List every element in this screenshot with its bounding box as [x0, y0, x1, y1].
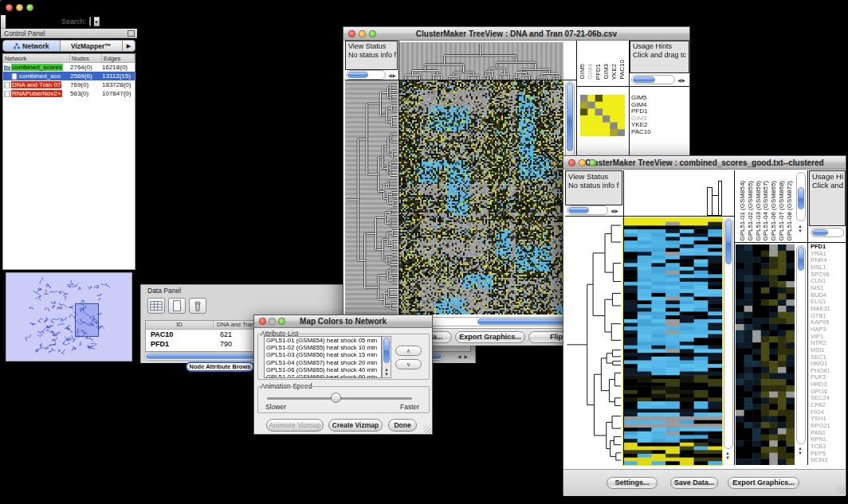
- attribute-list-scrollbar[interactable]: ▲▼: [382, 336, 391, 378]
- control-panel-header: Control Panel: [1, 29, 137, 38]
- main-heatmap-canvas[interactable]: [399, 80, 563, 315]
- file-icon: [4, 91, 10, 97]
- row-label[interactable]: PAC10: [631, 129, 651, 136]
- move-down-button[interactable]: ∨: [395, 359, 422, 369]
- view-status-scrollbar[interactable]: [567, 205, 608, 215]
- animation-slider-thumb[interactable]: [331, 393, 341, 403]
- minimize-button[interactable]: [359, 30, 366, 37]
- attribute-list-item[interactable]: GPL51-03 (GSM856) heat shock 15 min: [265, 351, 381, 358]
- close-button[interactable]: [259, 318, 266, 325]
- attribute-select-icon[interactable]: [147, 298, 165, 314]
- scroll-arrows[interactable]: ▲▼: [798, 446, 803, 455]
- column-label[interactable]: GPL51-06 (GSM865): [770, 181, 777, 241]
- network-table-body: combined_scores2764(0)16218(0)combined_s…: [3, 63, 135, 98]
- column-label[interactable]: YKE2: [610, 64, 618, 80]
- row-dendrogram-canvas[interactable]: [565, 217, 621, 465]
- attribute-list[interactable]: GPL51-01 (GSM854) heat shock 05 minGPL51…: [264, 336, 382, 378]
- resize-grip[interactable]: [423, 425, 431, 433]
- export-graphics-button[interactable]: Export Graphics...: [728, 477, 799, 489]
- network-row[interactable]: DNA and Tran 07769(0)183728(0): [3, 80, 135, 89]
- column-dendrogram-canvas[interactable]: [399, 42, 563, 80]
- column-label[interactable]: GIM4: [587, 64, 594, 80]
- column-header[interactable]: Edges: [102, 54, 135, 62]
- delete-attribute-icon[interactable]: [189, 298, 206, 314]
- slower-label: Slower: [265, 403, 286, 411]
- scroll-arrows[interactable]: ▲▼: [798, 224, 803, 233]
- network-table-header[interactable]: NetworkNodesEdges: [3, 54, 135, 63]
- column-label[interactable]: GIM5: [579, 64, 586, 80]
- animate-vizmap-button[interactable]: Animate Vizmap: [266, 419, 324, 432]
- scroll-arrows[interactable]: ◀▶: [677, 77, 686, 83]
- network-row[interactable]: combined_scores2764(0)16218(0): [3, 63, 135, 72]
- attribute-list-item[interactable]: GPL51-06 (GSM865) heat shock 40 min: [265, 366, 381, 373]
- row-dendrogram-canvas[interactable]: [345, 80, 398, 315]
- create-vizmap-button[interactable]: Create Vizmap: [328, 419, 383, 432]
- column-label[interactable]: GPL51-07 (GSM868): [778, 181, 785, 241]
- minimize-button[interactable]: [16, 4, 23, 11]
- node-attribute-browser-tab[interactable]: Node Attribute Brows: [186, 361, 254, 372]
- move-up-button[interactable]: ∧: [395, 346, 422, 356]
- column-label[interactable]: PFD1: [595, 64, 602, 80]
- new-attribute-icon[interactable]: [168, 298, 186, 314]
- minimize-button[interactable]: [269, 318, 276, 325]
- column-header[interactable]: Nodes: [70, 54, 102, 62]
- attribute-list-item[interactable]: GPL51-04 (GSM857) heat shock 20 min: [265, 359, 381, 366]
- tab-network[interactable]: Network: [2, 40, 61, 52]
- close-button[interactable]: [568, 159, 575, 166]
- column-label[interactable]: GPL51-03 (GSM856): [755, 181, 762, 241]
- usage-hints-scrollbar[interactable]: [811, 228, 844, 237]
- zoom-button[interactable]: [26, 4, 33, 11]
- column-label[interactable]: GPL51-01 (GSM854): [739, 181, 746, 241]
- cytoscape-desktop-window: Cytoscape Desktop (Session Name: collins…: [0, 0, 2, 2]
- view-status-scrollbar[interactable]: [346, 70, 386, 80]
- attribute-list-item[interactable]: GPL51-01 (GSM854) heat shock 05 min: [265, 337, 381, 344]
- window-controls[interactable]: [1, 1, 33, 14]
- export-graphics-button[interactable]: Export Graphics...: [455, 331, 525, 343]
- zoom-vscrollbar[interactable]: [796, 245, 806, 444]
- search-input[interactable]: [89, 17, 91, 26]
- tab-vizmapper[interactable]: VizMapper™: [61, 40, 123, 52]
- main-heatmap-canvas[interactable]: [622, 217, 723, 466]
- zoom-button[interactable]: [369, 30, 376, 37]
- scroll-arrows[interactable]: ◀▶: [610, 208, 619, 213]
- scroll-arrows[interactable]: ▲▼: [725, 451, 733, 460]
- search-dropdown-arrow[interactable]: ▼: [94, 17, 100, 26]
- usage-hints-scrollbar[interactable]: [631, 75, 675, 84]
- close-button[interactable]: [6, 4, 13, 11]
- zoom-heatmap-canvas[interactable]: [736, 244, 795, 465]
- dialog-titlebar[interactable]: Map Colors to Network: [254, 315, 432, 328]
- scroll-arrows[interactable]: ◀ ▶: [457, 354, 469, 359]
- treeview2-title: ClusterMaker TreeView : combined_scores_…: [563, 158, 846, 167]
- column-label[interactable]: GPL51-08 (GSM872): [786, 181, 793, 241]
- settings-button[interactable]: Settings...: [607, 477, 658, 489]
- column-label[interactable]: PAC10: [618, 60, 626, 80]
- column-header[interactable]: Network: [3, 54, 70, 62]
- treeview1-titlebar[interactable]: ClusterMaker TreeView : DNA and Tran 07-…: [344, 27, 689, 41]
- attribute-list-item[interactable]: GPL51-07 (GSM868) heat shock 60 min: [265, 373, 381, 378]
- network-overview-panel[interactable]: [6, 272, 132, 361]
- network-row[interactable]: combined_sco2569(6)13112(15): [3, 72, 135, 80]
- overview-viewport-rect[interactable]: [75, 303, 99, 337]
- network-row[interactable]: RNAPuberNov2+563(0)107847(0): [3, 89, 135, 98]
- float-panel-icon[interactable]: [128, 30, 135, 37]
- done-button[interactable]: Done: [388, 419, 417, 432]
- attribute-list-item[interactable]: GPL51-02 (GSM855) heat shock 10 min: [265, 344, 381, 351]
- column-label[interactable]: GPL51-04 (GSM857): [762, 181, 769, 241]
- tab-overflow-button[interactable]: ▶: [123, 40, 135, 52]
- column-label[interactable]: GIM3: [603, 64, 610, 80]
- treeview2-titlebar[interactable]: ClusterMaker TreeView : combined_scores_…: [563, 156, 846, 170]
- minimize-button[interactable]: [579, 159, 586, 166]
- zoom-heatmap-canvas[interactable]: [580, 95, 625, 136]
- scroll-arrows[interactable]: ◀▶: [388, 72, 397, 78]
- save-data-button[interactable]: Save Data...: [670, 477, 718, 489]
- zoom-button[interactable]: [589, 159, 596, 166]
- column-dendrogram-canvas[interactable]: [624, 171, 723, 216]
- column-label[interactable]: GPL51-02 (GSM855): [747, 181, 754, 241]
- heatmap-vscrollbar[interactable]: [724, 218, 733, 449]
- column-header[interactable]: ID: [146, 321, 214, 329]
- row-label[interactable]: MON2: [811, 457, 846, 464]
- column-labels-scrollbar[interactable]: [796, 172, 806, 221]
- zoom-button[interactable]: [278, 318, 285, 325]
- close-button[interactable]: [348, 30, 355, 37]
- resize-grip[interactable]: [837, 486, 845, 494]
